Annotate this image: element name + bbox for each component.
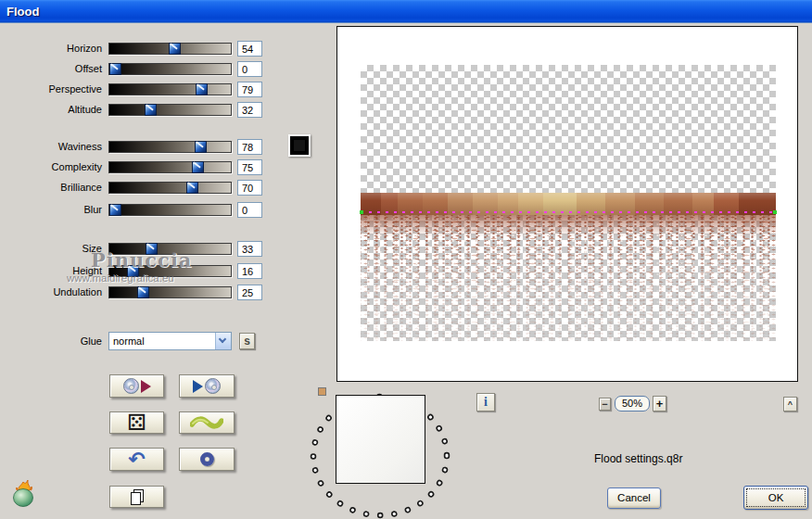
slider-thumb[interactable] (192, 161, 204, 173)
slider-thumb[interactable] (196, 83, 208, 95)
height-value-field[interactable] (237, 263, 262, 279)
slider-thumb[interactable] (145, 104, 157, 116)
waviness-slider[interactable] (108, 141, 232, 153)
complexity-value-field[interactable] (237, 159, 262, 175)
transparency-checkerboard[interactable] (361, 65, 776, 341)
copy-pages-icon (131, 489, 144, 505)
zoom-level-display[interactable]: 50% (615, 396, 650, 411)
glue-dropdown[interactable]: normal (108, 332, 232, 350)
undulation-slider[interactable] (108, 286, 232, 298)
horizon-slider[interactable] (108, 43, 232, 55)
zoom-out-button[interactable]: − (599, 398, 611, 411)
blur-value-field[interactable] (237, 202, 262, 218)
size-value-field[interactable] (237, 241, 262, 257)
slider-label: Altitude (0, 104, 102, 116)
slider-label: Complexity (0, 161, 102, 173)
slider-label: Perspective (0, 83, 102, 95)
randomize-button[interactable]: ⚄ (109, 411, 164, 434)
slider-label: Waviness (0, 141, 102, 153)
flood-dialog: Flood Horizon Offset Perspective Altitud… (0, 0, 812, 519)
undo-arrow-icon: ↶ (128, 450, 145, 469)
slider-label: Horizon (0, 43, 102, 55)
slider-label: Offset (0, 63, 102, 75)
wave-style-button[interactable] (179, 411, 235, 434)
glue-selected-value: normal (113, 335, 145, 347)
flood-water-reflection (361, 215, 776, 341)
slider-label: Size (0, 243, 102, 255)
undulation-value-field[interactable] (237, 285, 262, 300)
ok-button[interactable]: OK (743, 486, 808, 510)
water-color-swatch-frame (288, 134, 311, 157)
slider-thumb[interactable] (109, 204, 121, 216)
proxy-preview-square[interactable] (336, 395, 425, 484)
zoom-in-button[interactable]: + (653, 396, 666, 411)
ring-icon (200, 452, 214, 466)
slider-thumb[interactable] (169, 43, 181, 55)
slider-thumb[interactable] (186, 182, 198, 194)
collapse-button[interactable]: ^ (783, 397, 797, 411)
play-right-icon (141, 380, 151, 393)
flaming-pear-logo (10, 479, 38, 509)
offset-value-field[interactable] (237, 61, 262, 77)
preview-pane[interactable] (336, 26, 798, 382)
perspective-slider[interactable] (108, 83, 232, 95)
complexity-slider[interactable] (108, 161, 232, 173)
settings-filename: Flood settings.q8r (594, 452, 682, 465)
slider-label: Blur (0, 204, 102, 216)
wave-icon (190, 416, 223, 430)
copy-settings-button[interactable] (109, 486, 164, 508)
slider-thumb[interactable] (137, 286, 149, 298)
window-title: Flood (6, 5, 39, 19)
info-button[interactable]: i (476, 393, 495, 411)
glue-shuffle-button[interactable]: s (239, 333, 255, 349)
watermark-name: Pinuccia (91, 248, 192, 272)
dropdown-button[interactable] (215, 333, 231, 349)
disc-icon (205, 378, 221, 394)
undo-button[interactable]: ↶ (109, 448, 164, 471)
open-preset-button[interactable] (109, 374, 164, 398)
chevron-down-icon (219, 335, 226, 343)
glue-label: Glue (0, 335, 102, 347)
water-color-swatch[interactable] (290, 136, 309, 155)
memory-dot-swatch[interactable] (318, 387, 326, 396)
blur-slider[interactable] (108, 204, 232, 216)
dice-icon: ⚄ (127, 412, 146, 433)
slider-thumb[interactable] (109, 63, 121, 75)
reset-button[interactable] (179, 448, 235, 471)
title-bar[interactable]: Flood (0, 0, 812, 23)
slider-label: Undulation (0, 286, 102, 298)
horizon-value-field[interactable] (237, 41, 262, 57)
brilliance-slider[interactable] (108, 182, 232, 194)
altitude-value-field[interactable] (237, 102, 262, 118)
play-left-icon (193, 380, 203, 393)
offset-slider[interactable] (108, 63, 232, 75)
altitude-slider[interactable] (108, 104, 232, 116)
disc-icon (123, 378, 139, 394)
perspective-value-field[interactable] (237, 82, 262, 97)
waviness-value-field[interactable] (237, 139, 262, 155)
slider-label: Brilliance (0, 182, 102, 194)
cancel-button[interactable]: Cancel (607, 487, 661, 509)
horizon-guide-line[interactable] (361, 211, 776, 213)
save-preset-button[interactable] (179, 374, 235, 398)
slider-thumb[interactable] (195, 141, 207, 153)
brilliance-value-field[interactable] (237, 180, 262, 196)
watermark-site: www.maidiregrafica.eu (67, 272, 174, 284)
